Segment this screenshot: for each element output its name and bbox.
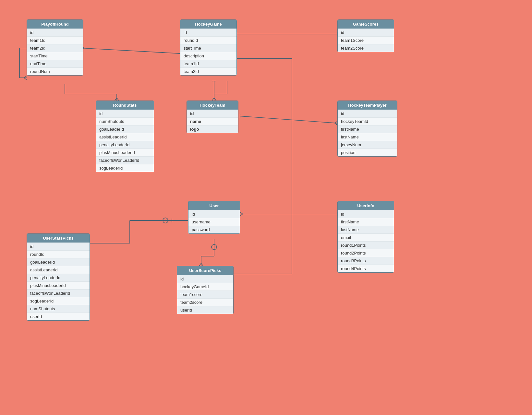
- field-UserScorePicks-team2score: team2score: [177, 298, 233, 306]
- svg-line-37: [240, 214, 243, 216]
- table-UserScorePicks: UserScorePicks id hockeyGameId team1scor…: [177, 266, 234, 314]
- field-UserInfo-firstName: firstName: [338, 218, 394, 226]
- table-header-PlayoffRound: PlayoffRound: [27, 20, 83, 29]
- field-UserStatsPicks-assistLeaderId: assistLeaderId: [27, 266, 90, 274]
- svg-point-27: [163, 218, 168, 223]
- field-UserInfo-email: email: [338, 233, 394, 241]
- table-GameScores: GameScores id team1Score team2Score: [337, 19, 394, 52]
- field-User-password: password: [188, 226, 240, 233]
- table-UserInfo: UserInfo id firstName lastName email rou…: [337, 201, 394, 273]
- table-header-GameScores: GameScores: [338, 20, 394, 29]
- svg-line-13: [212, 98, 214, 101]
- field-HockeyTeamPlayer-lastName: lastName: [338, 133, 397, 141]
- field-HockeyGame-roundId: roundId: [180, 36, 236, 44]
- table-HockeyTeamPlayer: HockeyTeamPlayer id hockeyTeamId firstNa…: [337, 101, 397, 157]
- field-PlayoffRound-team1Id: team1Id: [27, 36, 83, 44]
- table-HockeyGame: HockeyGame id roundId startTime descript…: [180, 19, 237, 76]
- table-header-UserStatsPicks: UserStatsPicks: [27, 234, 90, 243]
- field-PlayoffRound-id: id: [27, 29, 83, 36]
- svg-line-14: [214, 98, 216, 101]
- svg-line-48: [24, 76, 27, 78]
- field-UserStatsPicks-roundId: roundId: [27, 250, 90, 258]
- table-PlayoffRound: PlayoffRound id team1Id team2Id startTim…: [27, 19, 83, 76]
- table-User: User id username password: [188, 201, 240, 234]
- field-HockeyTeamPlayer-id: id: [338, 110, 397, 117]
- svg-line-20: [335, 121, 337, 123]
- field-HockeyTeamPlayer-jerseyNum: jerseyNum: [338, 141, 397, 148]
- svg-point-32: [212, 244, 217, 250]
- field-UserStatsPicks-sogLeaderId: sogLeaderId: [27, 297, 90, 305]
- field-HockeyGame-startTime: startTime: [180, 44, 236, 52]
- field-PlayoffRound-startTime: startTime: [27, 52, 83, 60]
- field-HockeyGame-team2Id: team2Id: [180, 67, 236, 75]
- svg-line-18: [240, 116, 337, 123]
- field-UserScorePicks-userId: userId: [177, 306, 233, 314]
- field-RoundStats-id: id: [96, 110, 154, 117]
- field-User-id: id: [188, 210, 240, 218]
- field-GameScores-team2Score: team2Score: [338, 44, 394, 52]
- field-HockeyTeamPlayer-hockeyTeamId: hockeyTeamId: [338, 117, 397, 125]
- field-HockeyTeamPlayer-position: position: [338, 148, 397, 156]
- field-GameScores-team1Score: team1Score: [338, 36, 394, 44]
- table-header-RoundStats: RoundStats: [96, 101, 154, 110]
- field-PlayoffRound-endTime: endTime: [27, 60, 83, 67]
- table-RoundStats: RoundStats id numShutouts goalLeaderId a…: [96, 101, 154, 172]
- table-header-UserInfo: UserInfo: [338, 201, 394, 210]
- table-HockeyTeam: HockeyTeam id name logo: [187, 101, 238, 133]
- field-UserStatsPicks-userId: userId: [27, 313, 90, 320]
- field-RoundStats-sogLeaderId: sogLeaderId: [96, 164, 154, 172]
- field-GameScores-id: id: [338, 29, 394, 36]
- field-HockeyGame-description: description: [180, 52, 236, 60]
- field-UserStatsPicks-goalLeaderId: goalLeaderId: [27, 258, 90, 266]
- field-UserScorePicks-hockeyGameId: hockeyGameId: [177, 283, 233, 290]
- field-User-username: username: [188, 218, 240, 226]
- field-UserInfo-round2Points: round2Points: [338, 249, 394, 257]
- table-header-UserScorePicks: UserScorePicks: [177, 266, 233, 275]
- svg-line-10: [115, 98, 117, 101]
- field-RoundStats-plusMinusLeaderId: plusMinusLeaderId: [96, 148, 154, 156]
- field-UserStatsPicks-plusMinusLeaderId: plusMinusLeaderId: [27, 281, 90, 289]
- field-RoundStats-goalLeaderId: goalLeaderId: [96, 125, 154, 133]
- svg-line-36: [240, 212, 243, 214]
- table-header-HockeyGame: HockeyGame: [180, 20, 236, 29]
- svg-line-21: [335, 123, 337, 125]
- svg-line-0: [80, 48, 180, 53]
- table-header-User: User: [188, 201, 240, 210]
- field-UserScorePicks-id: id: [177, 275, 233, 283]
- field-HockeyTeam-logo: logo: [187, 125, 238, 133]
- field-RoundStats-numShutouts: numShutouts: [96, 117, 154, 125]
- field-UserInfo-id: id: [338, 210, 394, 218]
- field-PlayoffRound-team2Id: team2Id: [27, 44, 83, 52]
- field-HockeyTeam-name: name: [187, 117, 238, 125]
- field-UserScorePicks-team1score: team1score: [177, 290, 233, 298]
- field-UserStatsPicks-id: id: [27, 243, 90, 250]
- field-RoundStats-assistLeaderId: assistLeaderId: [96, 133, 154, 141]
- table-header-HockeyTeam: HockeyTeam: [187, 101, 238, 110]
- table-header-HockeyTeamPlayer: HockeyTeamPlayer: [338, 101, 397, 110]
- field-UserStatsPicks-penaltyLeaderId: penaltyLeaderId: [27, 274, 90, 281]
- field-RoundStats-penaltyLeaderId: penaltyLeaderId: [96, 141, 154, 148]
- svg-line-34: [201, 263, 203, 266]
- field-HockeyGame-id: id: [180, 29, 236, 36]
- svg-line-11: [117, 98, 119, 101]
- diagram-container: PlayoffRound id team1Id team2Id startTim…: [0, 0, 532, 415]
- field-HockeyTeamPlayer-firstName: firstName: [338, 125, 397, 133]
- field-UserInfo-lastName: lastName: [338, 226, 394, 233]
- svg-line-49: [24, 78, 27, 80]
- svg-line-33: [199, 263, 201, 266]
- table-UserStatsPicks: UserStatsPicks id roundId goalLeaderId a…: [27, 233, 90, 321]
- field-RoundStats-faceoffsWonLeaderId: faceoffsWonLeaderId: [96, 156, 154, 164]
- field-HockeyTeam-id: id: [187, 110, 238, 117]
- field-PlayoffRound-roundNum: roundNum: [27, 67, 83, 75]
- field-UserInfo-round4Points: round4Points: [338, 265, 394, 272]
- field-UserInfo-round3Points: round3Points: [338, 257, 394, 265]
- field-UserStatsPicks-faceoffsWonLeaderId: faceoffsWonLeaderId: [27, 289, 90, 297]
- field-UserStatsPicks-numShutouts: numShutouts: [27, 305, 90, 313]
- field-UserInfo-round1Points: round1Points: [338, 241, 394, 249]
- field-HockeyGame-team1Id: team1Id: [180, 60, 236, 67]
